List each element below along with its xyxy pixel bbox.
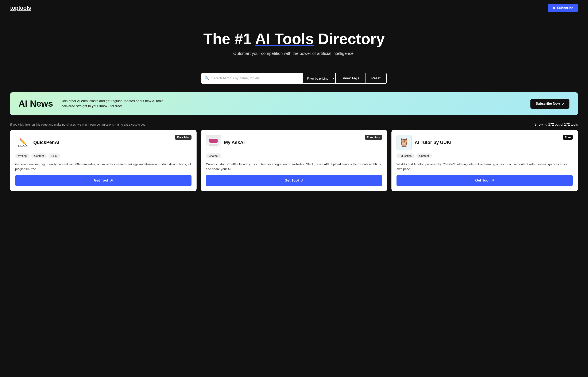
- hero-title: The #1 AI Tools Directory: [8, 31, 580, 47]
- tag-chatbot-2[interactable]: Chatbot: [416, 153, 432, 158]
- banner-text: Join other AI enthusiasts and get regula…: [61, 99, 522, 109]
- owl-icon: 🦉: [399, 138, 409, 148]
- quickpenai-logo-text: QuickPenAI: [18, 145, 28, 147]
- banner-subscribe-button[interactable]: Subscribe Now ↗: [531, 99, 569, 109]
- hero-title-part1: The #1: [203, 30, 255, 47]
- aitutor-description: World's first AI tutor, powered by ChatG…: [396, 162, 573, 172]
- header: toptools ✉ Subscribe: [0, 0, 588, 16]
- pill-shape: [209, 139, 218, 143]
- tag-writing[interactable]: Writing: [15, 153, 30, 158]
- hero-title-part2: Directory: [314, 30, 385, 47]
- disclaimer-text: If you click links on this page and make…: [10, 123, 146, 126]
- myaskai-tags: Chatbot: [206, 153, 382, 158]
- banner-text-line1: Join other AI enthusiasts and get regula…: [61, 99, 163, 103]
- card-quickpenai: ✏️ QuickPenAI QuickPenAI Free Trial Writ…: [10, 130, 197, 191]
- aitutor-tags: Education Chatbot: [396, 153, 573, 158]
- myaskai-name: My AskAI: [224, 140, 245, 145]
- quickpenai-tags: Writing Content SEO: [15, 153, 192, 158]
- search-wrapper: 🔍: [201, 73, 302, 84]
- myaskai-get-tool-button[interactable]: Get Tool ↗: [206, 175, 382, 186]
- myaskai-description: Create custom ChatGPTs with your content…: [206, 162, 382, 172]
- aitutor-logo: 🦉: [396, 135, 412, 150]
- banner-title: AI News: [19, 99, 53, 109]
- showing-prefix: Showing: [534, 123, 548, 126]
- pill-shape-2: [209, 144, 218, 146]
- logo[interactable]: toptools: [10, 5, 31, 11]
- banner-text-line2: delivered straight to your inbox - for f…: [61, 104, 122, 108]
- reset-button[interactable]: Reset: [365, 73, 387, 84]
- quickpenai-cta-icon: ↗: [110, 178, 113, 183]
- external-link-icon: ↗: [562, 102, 564, 106]
- aitutor-cta-icon: ↗: [491, 178, 494, 183]
- card-header: ✏️ QuickPenAI QuickPenAI Free Trial: [15, 135, 192, 150]
- showing-total: 172: [564, 123, 570, 126]
- aitutor-badge: Free: [563, 135, 573, 140]
- results-count: Showing 172 out of 172 tools: [534, 123, 578, 126]
- quickpenai-get-tool-button[interactable]: Get Tool ↗: [15, 175, 192, 186]
- hero-section: The #1 AI Tools Directory Outsmart your …: [0, 16, 588, 67]
- quickpenai-cta-label: Get Tool: [94, 178, 108, 183]
- aitutor-cta-label: Get Tool: [475, 178, 489, 183]
- pricing-filter-select[interactable]: Filter by pricing Free Freemium Free Tri…: [302, 73, 336, 84]
- search-icon: 🔍: [204, 76, 209, 81]
- showing-count: 172: [548, 123, 554, 126]
- hero-subtitle: Outsmart your competition with the power…: [8, 51, 580, 56]
- tag-education[interactable]: Education: [396, 153, 415, 158]
- mail-icon: ✉: [553, 6, 555, 10]
- card-header: My AskAI Freemium: [206, 135, 382, 150]
- quickpenai-badge: Free Trial: [175, 135, 192, 140]
- aitutor-name: AI Tutor by UUKI: [415, 140, 451, 145]
- quickpenai-logo: ✏️ QuickPenAI: [15, 135, 30, 150]
- card-logo-title: ✏️ QuickPenAI QuickPenAI: [15, 135, 59, 150]
- aitutor-get-tool-button[interactable]: Get Tool ↗: [396, 175, 573, 186]
- myaskai-cta-label: Get Tool: [284, 178, 299, 183]
- card-header: 🦉 AI Tutor by UUKI Free: [396, 135, 573, 150]
- card-logo-title: 🦉 AI Tutor by UUKI: [396, 135, 451, 150]
- myaskai-badge: Freemium: [365, 135, 382, 140]
- card-logo-title: My AskAI: [206, 135, 245, 150]
- banner-subscribe-label: Subscribe Now: [535, 102, 560, 106]
- subscribe-label: Subscribe: [557, 6, 573, 10]
- card-myaskai: My AskAI Freemium Chatbot Create custom …: [201, 130, 387, 191]
- showing-middle: out of: [554, 123, 564, 126]
- myaskai-cta-icon: ↗: [301, 178, 304, 183]
- search-input[interactable]: [211, 73, 299, 83]
- info-bar: If you click links on this page and make…: [0, 119, 588, 130]
- search-section: 🔍 Filter by pricing Free Freemium Free T…: [0, 67, 588, 88]
- quickpenai-description: Generate unique, high-quality content wi…: [15, 162, 192, 172]
- cards-grid: ✏️ QuickPenAI QuickPenAI Free Trial Writ…: [0, 130, 588, 204]
- ai-news-banner: AI News Join other AI enthusiasts and ge…: [10, 92, 578, 115]
- quickpenai-name: QuickPenAI: [33, 140, 59, 145]
- header-subscribe-button[interactable]: ✉ Subscribe: [548, 4, 578, 12]
- tag-seo[interactable]: SEO: [48, 153, 60, 158]
- myaskai-logo: [206, 135, 221, 150]
- card-aitutor: 🦉 AI Tutor by UUKI Free Education Chatbo…: [391, 130, 578, 191]
- showing-suffix: tools: [570, 123, 578, 126]
- tag-content[interactable]: Content: [31, 153, 47, 158]
- show-tags-button[interactable]: Show Tags: [336, 73, 365, 84]
- pen-icon: ✏️: [19, 138, 27, 145]
- tag-chatbot[interactable]: Chatbot: [206, 153, 221, 158]
- hero-title-highlight: AI Tools: [255, 30, 314, 47]
